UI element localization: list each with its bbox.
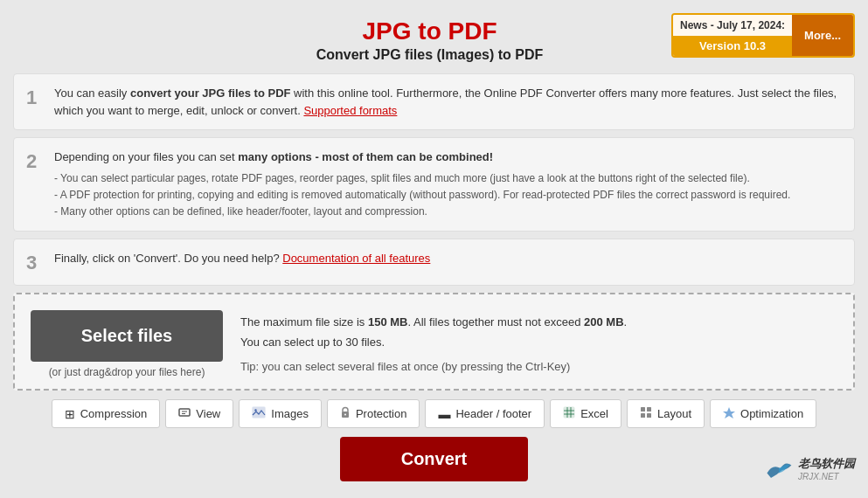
news-more-button[interactable]: More... <box>792 15 853 56</box>
protection-icon <box>340 406 351 421</box>
sub-title: Convert JPG files (Images) to PDF <box>188 47 671 63</box>
optimization-label: Optimization <box>740 407 803 420</box>
svg-rect-13 <box>647 407 651 412</box>
header-footer-icon: ▬ <box>438 407 450 421</box>
watermark: 老鸟软件园 JRJX.NET <box>763 456 855 481</box>
news-version: Version 10.3 <box>673 36 792 56</box>
step-3-content: Finally, click on 'Convert'. Do you need… <box>54 250 842 267</box>
step-2-content: Depending on your files you can set many… <box>54 149 842 220</box>
compression-icon: ⊞ <box>65 407 75 421</box>
step-1-content: You can easily convert your JPG files to… <box>54 85 842 119</box>
compression-label: Compression <box>80 407 148 420</box>
protection-button[interactable]: Protection <box>327 399 420 428</box>
header-titles: JPG to PDF Convert JPG files (Images) to… <box>188 13 671 63</box>
svg-point-4 <box>255 409 257 411</box>
compression-button[interactable]: ⊞ Compression <box>52 399 161 428</box>
optimization-button[interactable]: Optimization <box>710 399 816 428</box>
view-button[interactable]: View <box>165 399 233 428</box>
layout-icon <box>640 406 652 421</box>
images-label: Images <box>271 407 309 420</box>
svg-marker-16 <box>723 407 735 418</box>
view-icon <box>178 406 191 421</box>
excel-button[interactable]: Excel <box>550 399 621 428</box>
options-toolbar: ⊞ Compression View Images Protection ▬ H… <box>13 399 855 428</box>
drag-drop-text: (or just drag&drop your files here) <box>49 366 205 378</box>
excel-label: Excel <box>580 407 608 420</box>
convert-button[interactable]: Convert <box>340 437 529 481</box>
step-1-number: 1 <box>26 86 44 109</box>
svg-rect-14 <box>641 413 645 418</box>
watermark-text: 老鸟软件园 <box>798 456 855 472</box>
svg-rect-0 <box>179 409 190 416</box>
images-icon <box>252 406 266 421</box>
svg-rect-15 <box>647 413 651 418</box>
news-box: News - July 17, 2024: Version 10.3 More.… <box>671 13 855 58</box>
watermark-subtext: JRJX.NET <box>798 472 855 481</box>
step-3-box: 3 Finally, click on 'Convert'. Do you ne… <box>13 239 855 286</box>
select-btn-group: Select files (or just drag&drop your fil… <box>31 310 223 378</box>
select-files-button[interactable]: Select files <box>31 310 223 362</box>
svg-rect-7 <box>564 407 574 418</box>
bottom-row: Convert 老鸟软件园 JRJX.NET <box>13 437 855 481</box>
step-1-box: 1 You can easily convert your JPG files … <box>13 73 855 130</box>
svg-point-6 <box>344 414 346 416</box>
optimization-icon <box>723 406 735 421</box>
protection-label: Protection <box>356 407 407 420</box>
news-label: News - July 17, 2024: <box>673 15 792 36</box>
step-3-number: 3 <box>26 252 44 274</box>
step-2-number: 2 <box>26 150 44 173</box>
supported-formats-link[interactable]: Supported formats <box>303 104 397 117</box>
view-label: View <box>196 407 220 420</box>
layout-button[interactable]: Layout <box>627 399 705 428</box>
documentation-link[interactable]: Documentation of all features <box>282 252 430 265</box>
images-button[interactable]: Images <box>239 399 322 428</box>
header-footer-label: Header / footer <box>455 407 531 420</box>
excel-icon <box>563 406 575 421</box>
svg-rect-12 <box>641 407 645 412</box>
main-title: JPG to PDF <box>188 17 671 45</box>
file-select-area: Select files (or just drag&drop your fil… <box>13 293 855 391</box>
layout-label: Layout <box>657 407 691 420</box>
file-info: The maximum file size is 150 MB. All fil… <box>240 312 627 377</box>
header-footer-button[interactable]: ▬ Header / footer <box>425 399 545 428</box>
step-2-box: 2 Depending on your files you can set ma… <box>13 137 855 232</box>
header-area: JPG to PDF Convert JPG files (Images) to… <box>13 13 855 63</box>
